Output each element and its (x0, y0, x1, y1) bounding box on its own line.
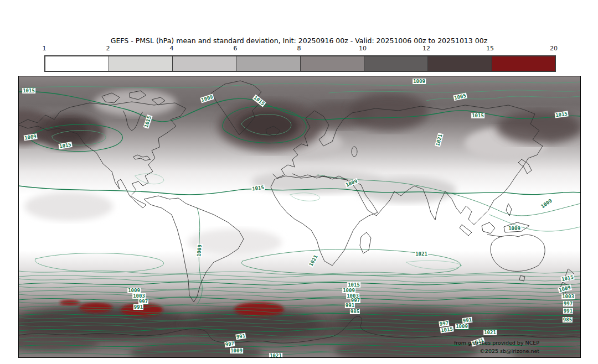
contour-label: 1021 (308, 253, 319, 268)
contour-label: 1009 (200, 94, 214, 103)
colorbar-segment (491, 56, 555, 71)
colorbar-segment (109, 56, 172, 71)
chart-title: GEFS - PMSL (hPa) mean and standard devi… (0, 37, 598, 45)
contour-label: 985 (563, 317, 573, 323)
contour-label: 991 (345, 303, 355, 308)
contour-label: 1009 (539, 197, 553, 210)
colorbar-tick: 12 (422, 45, 430, 52)
contour-label: 997 (439, 320, 449, 327)
colorbar-tick: 10 (359, 45, 367, 52)
colorbar-tick: 4 (170, 45, 174, 52)
contour-label: 991 (133, 304, 143, 310)
colorbar-segment (236, 56, 300, 71)
contour-label: 1015 (58, 142, 72, 149)
contour-label: 1009 (344, 178, 359, 188)
contour-label: 985 (350, 309, 360, 314)
colorbar-ticks: 1246810121520 (44, 45, 554, 53)
contour-label: 1009 (558, 284, 571, 293)
contour-label: 1015 (251, 184, 265, 191)
colorbar-tick: 15 (486, 45, 494, 52)
colorbar (44, 55, 556, 72)
contour-label: 1015 (471, 113, 484, 118)
colorbar-tick: 8 (297, 45, 301, 52)
contour-label: 1015 (555, 111, 569, 118)
colorbar-tick: 20 (550, 45, 558, 52)
contour-label: 1009 (508, 226, 521, 231)
contour-label: 1009 (342, 288, 355, 293)
contour-label: 1021 (269, 353, 282, 357)
contour-label: 1021 (435, 133, 444, 147)
colorbar-tick: 1 (43, 45, 47, 52)
contour-label: 1015 (252, 95, 266, 107)
contour-labels: 1015100910151015100910151009100510151015… (19, 76, 580, 357)
contour-label: 991 (235, 332, 246, 340)
weather-chart-page: GEFS - PMSL (hPa) mean and standard devi… (0, 0, 598, 364)
colorbar-tick: 2 (106, 45, 110, 52)
colorbar-segment (45, 56, 109, 71)
contour-label: 1021 (483, 330, 497, 335)
contour-label: 1021 (415, 251, 428, 257)
contour-label: 1009 (413, 79, 426, 84)
colorbar-segment (364, 56, 427, 71)
colorbar-segment (172, 56, 236, 71)
contour-label: 1009 (24, 133, 38, 141)
contour-label: 1003 (132, 293, 146, 299)
colorbar-tick: 6 (234, 45, 238, 52)
contour-label: 997 (224, 341, 235, 347)
contour-label: 1003 (561, 294, 575, 299)
contour-label: 1015 (143, 115, 153, 129)
contour-label: 1015 (22, 88, 35, 93)
contour-label: 991 (462, 317, 472, 324)
contour-label: 997 (138, 299, 148, 304)
attribution-copyright: ©2025 sb@irizone.net (480, 348, 539, 354)
contour-label: 1009 (127, 288, 141, 293)
colorbar-segment (300, 56, 364, 71)
contour-label: 1015 (440, 326, 454, 333)
contour-label: 997 (563, 301, 573, 306)
attribution-source: from grib files provided by NCEP (454, 340, 539, 346)
contour-label: 1015 (347, 282, 360, 288)
colorbar-segment (427, 56, 491, 71)
contour-label: 1009 (196, 244, 203, 257)
contour-label: 1009 (230, 348, 243, 353)
contour-label: 1009 (455, 324, 468, 329)
contour-label: 1005 (453, 93, 467, 101)
contour-label: 1015 (560, 274, 574, 283)
contour-label: 991 (563, 308, 573, 314)
world-map: 1015100910151015100910151009100510151015… (18, 76, 581, 358)
